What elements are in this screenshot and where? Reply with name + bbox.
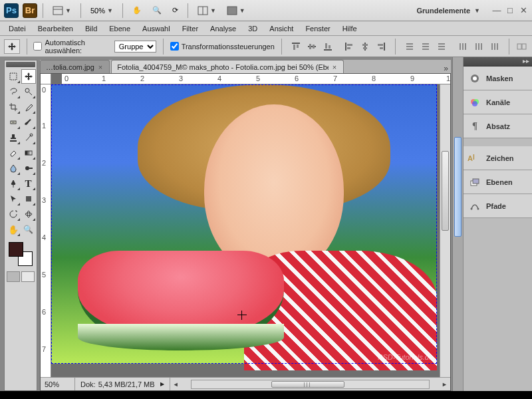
separator (43, 3, 43, 18)
marquee-tool[interactable] (6, 69, 21, 84)
panel-pfade[interactable]: Pfade (464, 194, 532, 218)
brush-tool[interactable] (21, 115, 36, 130)
chevron-right-icon[interactable]: ▶ (160, 381, 164, 387)
scroll-right-icon[interactable]: ► (439, 381, 450, 388)
scrollbar-thumb[interactable] (442, 151, 449, 231)
document-tab[interactable]: …tolia.com.jpg × (40, 60, 110, 73)
menu-hilfe[interactable]: Hilfe (336, 22, 363, 35)
menu-bearbeiten[interactable]: Bearbeiten (32, 22, 79, 35)
document-info[interactable]: Dok: 5,43 MB/21,7 MB ▶ (75, 378, 170, 390)
menu-datei[interactable]: Datei (3, 22, 32, 35)
expand-panels-icon[interactable]: ▸▸ (523, 57, 529, 66)
svg-rect-9 (309, 44, 311, 49)
panel-absatz[interactable]: ¶ Absatz (464, 114, 532, 138)
menu-bild[interactable]: Bild (79, 22, 103, 35)
eyedropper-tool[interactable] (21, 100, 36, 114)
close-icon[interactable]: × (332, 63, 336, 71)
zoom-tool[interactable]: 🔍 (21, 222, 36, 237)
hand-tool[interactable]: ✋ (6, 222, 21, 237)
align-vcenter-button[interactable] (305, 40, 319, 53)
panel-zeichen[interactable]: AI Zeichen (464, 146, 532, 170)
ruler-horizontal[interactable]: 0 1 2 3 4 5 6 7 8 9 10 (62, 74, 450, 84)
gradient-tool[interactable] (21, 146, 36, 160)
distribute-vcenter-button[interactable] (418, 40, 433, 53)
arrange-documents-dropdown[interactable]: ▼ (194, 3, 220, 18)
transform-controls-option[interactable]: Transformationssteuerungen (170, 42, 275, 51)
maximize-button[interactable]: □ (505, 6, 515, 15)
zoom-field[interactable]: 50% (41, 378, 75, 390)
auto-select-checkbox[interactable] (33, 42, 42, 51)
history-brush-tool[interactable] (21, 130, 36, 145)
quick-mask-mode-button[interactable] (21, 271, 35, 282)
standard-mode-button[interactable] (7, 271, 20, 282)
auto-select-target-dropdown[interactable]: Gruppe (114, 41, 156, 53)
menu-auswahl[interactable]: Auswahl (136, 22, 176, 35)
align-bottom-edges-button[interactable] (321, 40, 335, 53)
type-tool[interactable]: T (21, 176, 36, 191)
distribute-left-button[interactable] (456, 40, 470, 53)
document-tab[interactable]: Fotolia_4004759_M© maks_photo - Fotolia.… (111, 60, 344, 73)
current-tool-indicator[interactable] (4, 39, 20, 54)
toolbox-grip[interactable] (6, 62, 35, 67)
3d-rotate-tool[interactable] (6, 207, 21, 221)
align-top-edges-button[interactable] (289, 40, 303, 53)
dock-expand-grip[interactable] (454, 137, 462, 237)
distribute-bottom-button[interactable] (434, 40, 449, 53)
distribute-right-button[interactable] (487, 40, 502, 53)
screen-mode-dropdown[interactable]: ▼ (223, 3, 249, 18)
panel-masken[interactable]: Masken (464, 66, 532, 90)
workspace-switcher[interactable]: Grundelemente ▼ (411, 7, 485, 15)
lasso-tool[interactable] (6, 84, 21, 99)
rotate-view-shortcut[interactable]: ⟳ (168, 3, 182, 18)
menu-analyse[interactable]: Analyse (204, 22, 242, 35)
path-select-tool[interactable] (6, 192, 21, 206)
chevron-down-icon: ▼ (65, 7, 71, 14)
3d-orbit-tool[interactable] (21, 207, 36, 221)
foreground-color[interactable] (9, 242, 23, 257)
watermark-text: PSD-Tutorials.de (378, 353, 433, 361)
eraser-tool[interactable] (6, 146, 21, 160)
align-left-edges-button[interactable] (342, 40, 356, 53)
auto-align-button[interactable] (515, 40, 528, 53)
panel-dock-strip[interactable] (452, 57, 463, 391)
quick-select-tool[interactable] (21, 84, 36, 99)
panel-ebenen[interactable]: Ebenen (464, 170, 532, 194)
bridge-logo-icon[interactable]: Br (23, 3, 37, 18)
menu-filter[interactable]: Filter (176, 22, 204, 35)
crop-tool[interactable] (6, 100, 21, 114)
scroll-left-icon[interactable]: ◄ (170, 381, 182, 388)
zoom-level-dropdown[interactable]: 50% ▼ (86, 3, 117, 18)
view-extras-dropdown[interactable]: ▼ (49, 3, 75, 18)
ruler-origin[interactable] (41, 74, 51, 84)
align-right-edges-button[interactable] (374, 40, 388, 53)
zoom-tool-shortcut[interactable]: 🔍 (148, 3, 166, 18)
canvas[interactable]: PSD-Tutorials.de (51, 84, 440, 377)
close-button[interactable]: ✕ (519, 6, 528, 15)
tab-scroll-arrows[interactable]: » (441, 64, 451, 73)
dodge-tool[interactable] (21, 161, 36, 176)
stamp-tool[interactable] (6, 130, 21, 145)
move-tool[interactable] (21, 69, 36, 84)
pen-tool[interactable] (6, 176, 21, 191)
align-hcenter-button[interactable] (358, 40, 372, 53)
menu-fenster[interactable]: Fenster (299, 22, 336, 35)
distribute-top-button[interactable] (402, 40, 417, 53)
auto-select-option[interactable]: Automatisch auswählen: (33, 39, 108, 55)
menu-3d[interactable]: 3D (242, 22, 263, 35)
close-icon[interactable]: × (98, 63, 102, 71)
panel-kanaele[interactable]: Kanäle (464, 90, 532, 114)
distribute-hcenter-button[interactable] (471, 40, 486, 53)
hand-tool-shortcut[interactable]: ✋ (128, 3, 146, 18)
menu-ebene[interactable]: Ebene (103, 22, 136, 35)
minimize-button[interactable]: — (492, 6, 501, 15)
blur-tool[interactable] (6, 161, 21, 176)
svg-point-49 (25, 166, 29, 170)
horizontal-scrollbar[interactable]: ||| (191, 380, 430, 389)
ruler-vertical[interactable]: 0 1 2 3 4 5 6 7 (41, 84, 51, 377)
healing-tool[interactable] (6, 115, 21, 130)
transform-controls-checkbox[interactable] (170, 42, 179, 51)
menu-ansicht[interactable]: Ansicht (263, 22, 299, 35)
scrollbar-thumb[interactable]: ||| (271, 381, 344, 388)
vertical-scrollbar[interactable] (440, 84, 450, 377)
shape-tool[interactable] (21, 192, 36, 206)
